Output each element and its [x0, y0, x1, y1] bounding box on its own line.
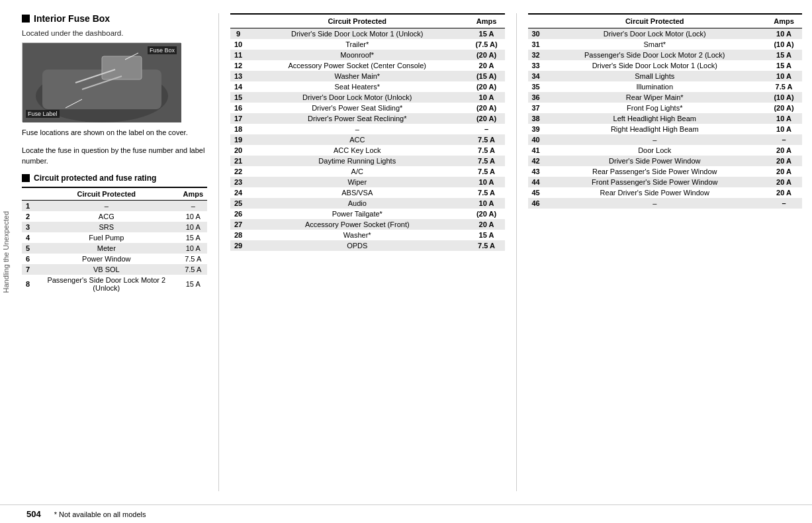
small-row-amps: 15 A [179, 275, 207, 293]
small-table-col-num [22, 187, 34, 201]
small-row-circuit: SRS [34, 222, 179, 232]
mid-fuse-table: Circuit Protected Amps 9 Driver's Side D… [230, 13, 505, 251]
right-col-amps: Amps [766, 14, 802, 28]
main-content: Interior Fuse Box Located under the dash… [12, 7, 812, 498]
mid-table-row: 14 Seat Heaters* (20 A) [230, 81, 505, 92]
small-row-circuit: VB SOL [34, 264, 179, 275]
mid-row-amps: 15 A [469, 28, 505, 40]
right-row-num: 30 [528, 28, 544, 40]
mid-table-row: 11 Moonroof* (20 A) [230, 50, 505, 60]
right-table-row: 46 – – [528, 198, 803, 209]
mid-row-amps: – [469, 124, 505, 134]
small-row-num: 2 [22, 211, 34, 222]
right-row-circuit: Front Passenger's Side Power Window [544, 177, 766, 187]
mid-table-row: 21 Daytime Running Lights 7.5 A [230, 156, 505, 166]
small-row-amps: 15 A [179, 232, 207, 243]
mid-row-amps: (20 A) [469, 103, 505, 113]
small-row-amps: 10 A [179, 211, 207, 222]
mid-row-circuit: Driver's Power Seat Sliding* [246, 103, 469, 113]
right-row-amps: – [766, 198, 802, 209]
right-row-num: 32 [528, 50, 544, 60]
mid-row-num: 18 [230, 124, 246, 134]
right-row-circuit: Driver's Side Door Lock Motor 1 (Lock) [544, 60, 766, 71]
mid-table-row: 24 ABS/VSA 7.5 A [230, 187, 505, 198]
mid-row-amps: 7.5 A [469, 134, 505, 145]
mid-row-num: 27 [230, 219, 246, 230]
small-row-circuit: Power Window [34, 254, 179, 264]
right-col-circuit: Circuit Protected [544, 14, 766, 28]
right-row-circuit: Rear Driver's Side Power Window [544, 187, 766, 198]
fuse-box-annotation: Fuse Box [148, 46, 177, 54]
right-row-num: 40 [528, 134, 544, 145]
right-row-amps: 10 A [766, 124, 802, 134]
left-panel: Interior Fuse Box Located under the dash… [22, 13, 207, 491]
mid-col-num [230, 14, 246, 28]
right-table-row: 41 Door Lock 20 A [528, 145, 803, 156]
mid-table-row: 23 Wiper 10 A [230, 177, 505, 187]
right-row-num: 43 [528, 166, 544, 177]
mid-row-num: 19 [230, 134, 246, 145]
small-table-row: 6 Power Window 7.5 A [22, 254, 207, 264]
right-row-amps: 20 A [766, 156, 802, 166]
mid-row-circuit: – [246, 124, 469, 134]
mid-row-num: 14 [230, 81, 246, 92]
small-row-num: 1 [22, 200, 34, 211]
mid-row-circuit: Driver's Side Door Lock Motor 1 (Unlock) [246, 28, 469, 40]
right-row-num: 45 [528, 187, 544, 198]
small-row-circuit: Meter [34, 243, 179, 254]
mid-row-num: 24 [230, 187, 246, 198]
mid-table-row: 17 Driver's Power Seat Reclining* (20 A) [230, 113, 505, 124]
header-box-icon [22, 15, 30, 23]
interior-fuse-box-header: Interior Fuse Box [22, 13, 207, 24]
mid-row-circuit: Washer* [246, 230, 469, 240]
mid-row-num: 28 [230, 230, 246, 240]
mid-row-circuit: A/C [246, 166, 469, 177]
small-row-circuit: – [34, 200, 179, 211]
mid-table-row: 16 Driver's Power Seat Sliding* (20 A) [230, 103, 505, 113]
small-table-row: 8 Passenger's Side Door Lock Motor 2 (Un… [22, 275, 207, 293]
mid-row-amps: 7.5 A [469, 187, 505, 198]
mid-row-num: 22 [230, 166, 246, 177]
small-table-row: 1 – – [22, 200, 207, 211]
right-table-row: 39 Right Headlight High Beam 10 A [528, 124, 803, 134]
mid-table-row: 19 ACC 7.5 A [230, 134, 505, 145]
small-table-row: 3 SRS 10 A [22, 222, 207, 232]
subtitle-text: Located under the dashboard. [22, 29, 207, 37]
sidebar-text: Handling the Unexpected [2, 211, 10, 293]
circuit-title: Circuit protected and fuse rating [34, 173, 156, 183]
right-row-circuit: Illumination [544, 81, 766, 92]
right-row-amps: 20 A [766, 187, 802, 198]
mid-row-circuit: Driver's Power Seat Reclining* [246, 113, 469, 124]
small-row-amps: – [179, 200, 207, 211]
right-row-circuit: – [544, 198, 766, 209]
right-row-num: 41 [528, 145, 544, 156]
right-row-amps: 15 A [766, 60, 802, 71]
footnote: * Not available on all models [54, 510, 146, 518]
mid-row-num: 26 [230, 209, 246, 219]
small-row-circuit: Passenger's Side Door Lock Motor 2 (Unlo… [34, 275, 179, 293]
mid-row-num: 12 [230, 60, 246, 71]
mid-row-amps: 15 A [469, 230, 505, 240]
right-table-row: 37 Front Fog Lights* (20 A) [528, 103, 803, 113]
right-table-row: 35 Illumination 7.5 A [528, 81, 803, 92]
mid-col-amps: Amps [469, 14, 505, 28]
right-row-amps: (10 A) [766, 39, 802, 50]
mid-row-num: 11 [230, 50, 246, 60]
mid-row-num: 17 [230, 113, 246, 124]
small-row-circuit: ACG [34, 211, 179, 222]
mid-row-circuit: OPDS [246, 240, 469, 251]
mid-row-amps: 7.5 A [469, 145, 505, 156]
small-row-amps: 7.5 A [179, 264, 207, 275]
description2: Locate the fuse in question by the fuse … [22, 145, 207, 167]
right-row-amps: (10 A) [766, 92, 802, 103]
interior-fuse-box-title: Interior Fuse Box [34, 13, 110, 24]
page-number: 504 [26, 509, 41, 519]
right-row-num: 46 [528, 198, 544, 209]
mid-table-row: 25 Audio 10 A [230, 198, 505, 209]
small-row-num: 3 [22, 222, 34, 232]
right-row-amps: (20 A) [766, 103, 802, 113]
mid-row-amps: 10 A [469, 177, 505, 187]
small-table-row: 7 VB SOL 7.5 A [22, 264, 207, 275]
mid-row-circuit: ACC [246, 134, 469, 145]
mid-row-circuit: Driver's Door Lock Motor (Unlock) [246, 92, 469, 103]
